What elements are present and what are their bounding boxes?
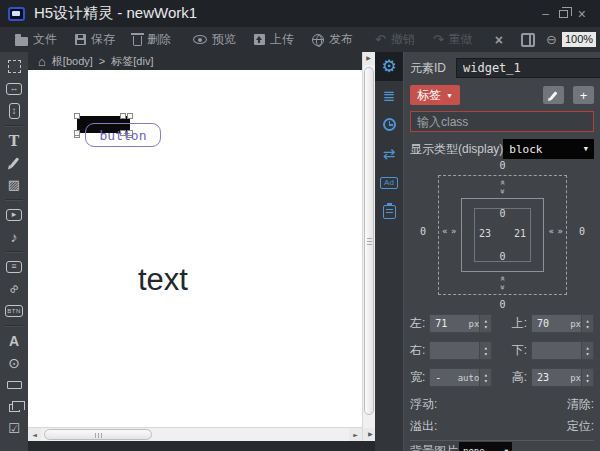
clear-canvas-button[interactable]: ×: [486, 27, 512, 52]
horizontal-scrollbar-thumb[interactable]: [44, 429, 152, 440]
restore-button[interactable]: [559, 10, 568, 18]
chevron-left-icon[interactable]: «: [442, 227, 448, 236]
tool-checkbox[interactable]: ☑: [2, 419, 26, 438]
design-canvas[interactable]: button text: [28, 70, 362, 427]
tool-video[interactable]: ▸: [2, 205, 26, 224]
tool-window[interactable]: [2, 397, 26, 416]
canvas-button-widget[interactable]: button: [85, 123, 161, 147]
tab-ad[interactable]: Ad: [375, 168, 403, 197]
display-type-select[interactable]: block ▼: [503, 139, 594, 159]
canvas-text-widget[interactable]: text: [138, 262, 188, 298]
chevron-left-icon[interactable]: «: [548, 227, 554, 236]
margin-right-value[interactable]: 0: [579, 226, 585, 237]
vertical-scrollbar[interactable]: ▲ ▼: [362, 52, 375, 441]
scroll-right-icon[interactable]: ►: [349, 428, 362, 442]
height-field[interactable]: 23 px ▴▾: [531, 368, 594, 387]
selection-handle[interactable]: [74, 130, 80, 136]
horizontal-arrow-icon: ↔: [6, 83, 22, 95]
margin-left-value[interactable]: 0: [420, 226, 426, 237]
tree-list-icon: ≣: [383, 88, 396, 103]
tool-form[interactable]: ≡: [2, 257, 26, 276]
breadcrumb-separator: >: [99, 55, 105, 67]
file-button[interactable]: 文件: [6, 27, 66, 52]
clear-label: 清除:: [567, 396, 594, 413]
element-id-input[interactable]: [456, 58, 600, 78]
minimize-button[interactable]: –: [542, 7, 549, 21]
close-x-icon: ×: [495, 33, 503, 47]
tool-image[interactable]: ▨: [2, 175, 26, 194]
window-controls: – ×: [542, 6, 592, 22]
ad-icon: Ad: [380, 177, 398, 189]
left-field[interactable]: 71 px ▴▾: [429, 314, 492, 333]
tool-radio[interactable]: ⊙: [2, 353, 26, 372]
width-field-stepper[interactable]: ▴▾: [479, 369, 491, 386]
left-field-stepper[interactable]: ▴▾: [479, 315, 491, 332]
selection-handle[interactable]: [74, 113, 80, 119]
delete-button[interactable]: 删除: [124, 27, 180, 52]
tab-tree[interactable]: ≣: [375, 81, 403, 110]
width-field[interactable]: - auto ▴▾: [429, 368, 492, 387]
tag-dropdown-button[interactable]: 标签 ▼: [410, 85, 460, 105]
content-left-value[interactable]: 23: [479, 228, 491, 239]
tool-width-spacer[interactable]: ↔: [2, 79, 26, 98]
content-top-value[interactable]: 0: [475, 208, 530, 219]
content-bottom-value[interactable]: 0: [475, 251, 530, 262]
undo-button[interactable]: ↶ 撤销: [366, 27, 424, 52]
content-right-value[interactable]: 21: [514, 228, 526, 239]
close-button[interactable]: ×: [578, 6, 586, 22]
top-field-stepper[interactable]: ▴▾: [581, 315, 593, 332]
chevron-right-icon[interactable]: »: [451, 227, 457, 236]
preview-button[interactable]: 预览: [184, 27, 245, 52]
selection-handle[interactable]: [127, 113, 133, 119]
upload-button[interactable]: 上传: [245, 27, 303, 52]
right-field-stepper[interactable]: ▴▾: [479, 342, 491, 359]
save-button[interactable]: 保存: [66, 27, 124, 52]
tab-components[interactable]: [375, 197, 403, 226]
top-field[interactable]: 70 px ▴▾: [531, 314, 594, 333]
chevron-right-icon[interactable]: »: [557, 227, 563, 236]
bottom-field[interactable]: ▴▾: [531, 341, 594, 360]
gear-icon: ⚙: [381, 58, 396, 75]
radio-icon: ⊙: [8, 356, 20, 370]
tab-settings[interactable]: ⚙: [375, 52, 403, 81]
tool-rich-text[interactable]: [2, 153, 26, 172]
device-view-button[interactable]: [512, 27, 544, 52]
canvas-bottom-strip: [28, 441, 375, 451]
breadcrumb-root[interactable]: 根[body]: [52, 54, 93, 69]
edit-class-button[interactable]: [543, 86, 564, 104]
tool-height-spacer[interactable]: ↕: [2, 101, 26, 120]
vertical-arrow-icon: ↕: [9, 103, 20, 119]
top-field-value: 70: [532, 318, 570, 329]
tool-input[interactable]: [2, 375, 26, 394]
tab-swap[interactable]: ⇄: [375, 139, 403, 168]
swap-arrows-icon: ⇄: [383, 146, 396, 161]
breadcrumb-current[interactable]: 标签[div]: [111, 54, 153, 69]
tab-timeline[interactable]: [375, 110, 403, 139]
redo-button[interactable]: ↷ 重做: [424, 27, 482, 52]
vertical-scrollbar-thumb[interactable]: [364, 67, 374, 415]
left-field-label: 左:: [410, 315, 425, 332]
bottom-field-stepper[interactable]: ▴▾: [581, 342, 593, 359]
height-field-stepper[interactable]: ▴▾: [581, 369, 593, 386]
horizontal-scrollbar[interactable]: ◄ ►: [28, 427, 362, 441]
tool-link[interactable]: ∞: [2, 279, 26, 298]
home-icon[interactable]: ⌂: [38, 55, 46, 68]
selection-box[interactable]: button: [77, 116, 130, 133]
folder-icon: [15, 37, 28, 46]
right-field[interactable]: ▴▾: [429, 341, 492, 360]
tool-font[interactable]: A: [2, 331, 26, 350]
tool-div-container[interactable]: [2, 57, 26, 76]
scroll-left-icon[interactable]: ◄: [28, 428, 41, 442]
tool-audio[interactable]: ♪: [2, 227, 26, 246]
pencil-icon: [9, 157, 18, 167]
selection-handle[interactable]: [120, 113, 126, 119]
tool-text[interactable]: T: [2, 131, 26, 150]
height-field-unit: px: [570, 373, 581, 383]
windows-icon: [9, 404, 20, 412]
tool-button[interactable]: BTN: [2, 301, 26, 320]
top-field-unit: px: [570, 319, 581, 329]
publish-button[interactable]: 发布: [303, 27, 362, 52]
zoom-level-value[interactable]: 100%: [562, 32, 596, 47]
add-class-button[interactable]: +: [573, 86, 594, 104]
zoom-out-button[interactable]: ⊖: [544, 27, 559, 52]
